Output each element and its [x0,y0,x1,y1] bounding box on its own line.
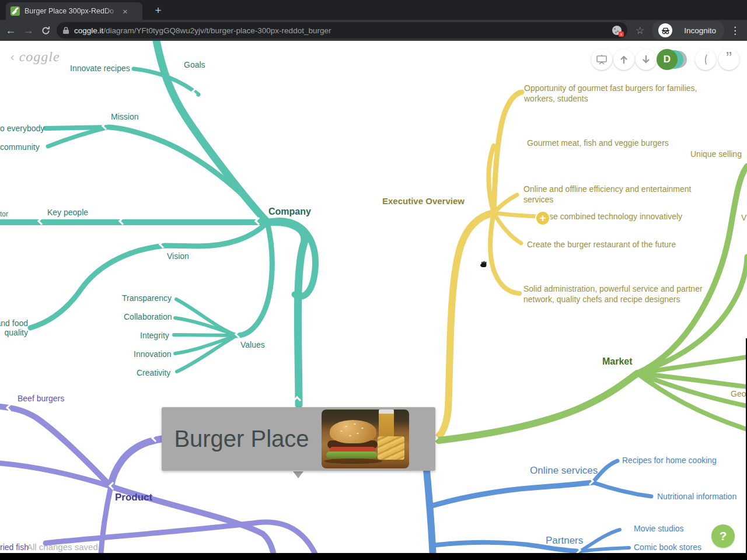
label-comic-book-stores[interactable]: Comic book stores [634,542,701,552]
label-key-people[interactable]: Key people [47,208,88,217]
new-tab-button[interactable]: + [151,3,166,18]
label-creativity[interactable]: Creativity [137,368,170,377]
url-text[interactable]: coggle.it/diagram/YFt0tygGQ8wu2yjv/t/bur… [74,26,331,35]
draw-button[interactable] [695,49,716,70]
avatar-group[interactable]: + D [657,49,689,70]
url-bar[interactable]: coggle.it/diagram/YFt0tygGQ8wu2yjv/t/bur… [57,22,627,38]
label-market[interactable]: Market [602,356,633,367]
central-node-title[interactable]: Burger Place [162,407,322,471]
coggle-wordmark: coggle [19,49,60,65]
label-mission[interactable]: Mission [111,112,138,121]
label-vision[interactable]: Vision [167,251,189,261]
label-transparency[interactable]: Transparency [122,293,172,303]
browser-toolbar: ← → coggle.it/diagram/YFt0tygGQ8wu2yjv/t… [0,20,747,41]
label-solid-admin[interactable]: Solid administration, powerful service a… [523,284,725,304]
forward-button[interactable]: → [21,22,35,39]
download-button[interactable] [636,49,657,70]
label-and-food-quality[interactable]: and food quality [0,318,28,337]
reload-icon [41,26,51,36]
download-icon [641,54,651,65]
coggle-favicon [11,6,20,16]
page: GoalsInnovate recipesMissiono everybodyc… [0,0,747,560]
label-innovation[interactable]: Innovation [134,349,172,359]
cookie-blocked-badge: x [619,32,624,37]
label-nutritional-information[interactable]: Nutritional information [657,492,736,501]
browser-tab[interactable]: Burger Place 300px-RedDo × [6,2,142,20]
label-gourmet[interactable]: Gourmet meat, fish and veggie burgers [527,138,669,148]
tab-title: Burger Place 300px-RedDo [25,7,121,15]
burger-photo[interactable] [322,410,409,468]
user-avatar[interactable]: D [657,49,678,70]
label-goals[interactable]: Goals [184,60,205,69]
back-button[interactable]: ← [4,22,18,39]
plate-shadow [324,459,382,464]
help-button[interactable]: ? [711,524,735,548]
burger-lettuce [326,452,378,459]
label-product[interactable]: Product [115,492,152,503]
comments-button[interactable]: ” [718,49,739,70]
lock-icon [62,26,69,34]
label-use-combined[interactable]: se combined technology innovatively [549,212,682,221]
label-integrity[interactable]: Integrity [140,331,169,340]
url-domain: coggle.it [74,26,103,35]
tab-bar: Burger Place 300px-RedDo × + [0,0,747,20]
upload-icon [619,54,629,65]
presentation-icon [596,54,608,65]
reload-button[interactable] [39,22,53,39]
label-innovate-recipes[interactable]: Innovate recipes [70,64,130,73]
label-fried-fish[interactable]: ried fish [0,542,29,552]
beer-glass [379,410,394,438]
label-collaboration[interactable]: Collaboration [124,312,172,321]
label-online-offline[interactable]: Online and offline efficiency and entert… [523,184,711,205]
url-path: /diagram/YFt0tygGQ8wu2yjv/t/burger-place… [103,26,331,35]
label-geo[interactable]: Geo [731,389,746,398]
node-bottom-arrow[interactable] [293,471,303,478]
label-company[interactable]: Company [268,206,311,217]
upload-button[interactable] [613,49,634,70]
label-unique-selling[interactable]: Unique selling [690,149,742,159]
label-executive-overview[interactable]: Executive Overview [382,196,465,206]
label-partners[interactable]: Partners [546,535,583,547]
fries [378,436,404,460]
cookie-blocked-icon[interactable]: x [612,26,622,35]
back-chevron-icon[interactable]: ‹ [11,50,15,64]
pen-stroke-icon [701,54,710,65]
label-online-services[interactable]: Online services [530,465,598,477]
burger-bun [330,420,376,443]
label-create-future[interactable]: Create the burger restaurant of the futu… [527,240,676,249]
present-button[interactable] [591,49,612,70]
incognito-icon [658,23,672,37]
label-community[interactable]: community [0,142,40,152]
label-values[interactable]: Values [240,340,265,349]
label-recipes-home-cooking[interactable]: Recipes for home cooking [622,456,717,465]
label-v-truncated[interactable]: V [741,213,746,222]
central-node[interactable]: Burger Place [162,407,435,471]
grab-cursor-icon [479,260,488,269]
add-node-button[interactable]: + [535,211,550,226]
label-opportunity[interactable]: Opportunity of gourmet fast burgers for … [524,83,717,104]
quote-icon: ” [726,55,732,64]
bookmark-star-icon[interactable]: ☆ [636,24,644,37]
label-to-everybody[interactable]: o everybody [0,124,44,133]
bottom-letterbox [0,553,747,560]
label-tor[interactable]: tor [0,210,8,218]
browser-menu-icon[interactable]: ⋮ [730,24,740,37]
incognito-label: Incognito [684,26,716,35]
incognito-chip[interactable]: Incognito [652,21,724,40]
label-movie-studios[interactable]: Movie studios [634,524,684,533]
coggle-logo[interactable]: ‹ coggle [11,49,60,65]
label-beef-burgers[interactable]: Beef burgers [18,394,64,403]
tab-close-button[interactable]: × [123,6,128,16]
